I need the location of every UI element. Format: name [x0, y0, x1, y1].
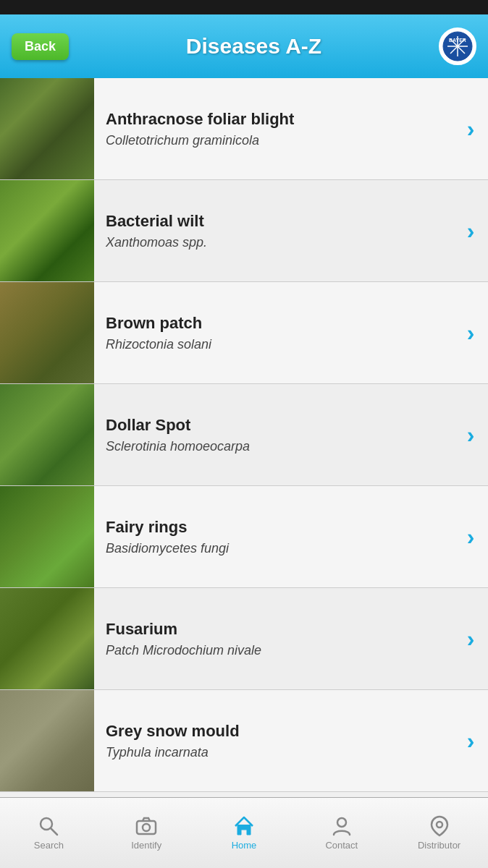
bayer-logo: BAYER: [439, 27, 476, 65]
status-bar: [0, 0, 488, 14]
tab-bar: Search Identify Home Contact Distributor: [0, 797, 488, 868]
disease-arrow-bacterial: ›: [453, 218, 488, 244]
disease-item-anthracnose[interactable]: Anthracnose foliar blight Colletotrichum…: [0, 78, 488, 180]
disease-name-fusarium: Fusarium: [106, 620, 442, 639]
svg-rect-8: [137, 821, 156, 834]
disease-item-bacterial[interactable]: Bacterial wilt Xanthomoas spp. ›: [0, 180, 488, 282]
app-header: Back Diseases A-Z BAYER: [0, 14, 488, 78]
disease-info-fairy: Fairy rings Basidiomycetes fungi: [94, 503, 453, 571]
disease-list: Anthracnose foliar blight Colletotrichum…: [0, 78, 488, 797]
disease-arrow-anthracnose: ›: [453, 116, 488, 142]
disease-thumb-bacterial: [0, 180, 94, 281]
disease-thumb-grey: [0, 690, 94, 791]
disease-item-dollar[interactable]: Dollar Spot Sclerotinia homoeocarpa ›: [0, 384, 488, 486]
disease-item-brown[interactable]: Brown patch Rhizoctonia solani ›: [0, 282, 488, 384]
tab-identify-label: Identify: [131, 840, 161, 851]
disease-arrow-fusarium: ›: [453, 626, 488, 652]
camera-icon: [135, 815, 157, 837]
disease-info-dollar: Dollar Spot Sclerotinia homoeocarpa: [94, 401, 453, 469]
search-icon: [38, 815, 59, 837]
disease-latin-fusarium: Patch Microdochium nivale: [106, 643, 442, 658]
chevron-right-icon: ›: [467, 320, 475, 346]
tab-identify[interactable]: Identify: [98, 798, 195, 868]
disease-thumb-dollar: [0, 384, 94, 485]
disease-arrow-dollar: ›: [453, 422, 488, 448]
disease-info-fusarium: Fusarium Patch Microdochium nivale: [94, 605, 453, 673]
location-icon: [429, 815, 450, 837]
disease-item-fairy[interactable]: Fairy rings Basidiomycetes fungi ›: [0, 486, 488, 588]
disease-info-brown: Brown patch Rhizoctonia solani: [94, 299, 453, 367]
tab-contact[interactable]: Contact: [293, 798, 390, 868]
disease-latin-anthracnose: Colletotrichum graminicola: [106, 133, 442, 148]
disease-name-fairy: Fairy rings: [106, 518, 442, 537]
chevron-right-icon: ›: [467, 524, 475, 550]
disease-name-bacterial: Bacterial wilt: [106, 212, 442, 231]
disease-thumb-fairy: [0, 486, 94, 587]
disease-arrow-brown: ›: [453, 320, 488, 346]
disease-thumb-fusarium: [0, 588, 94, 689]
disease-name-brown: Brown patch: [106, 314, 442, 333]
disease-item-fusarium[interactable]: Fusarium Patch Microdochium nivale ›: [0, 588, 488, 690]
tab-search[interactable]: Search: [0, 798, 98, 868]
disease-info-grey: Grey snow mould Typhula incarnata: [94, 707, 453, 775]
disease-item-grey[interactable]: Grey snow mould Typhula incarnata ›: [0, 690, 488, 792]
svg-point-10: [337, 818, 346, 827]
disease-name-anthracnose: Anthracnose foliar blight: [106, 110, 442, 129]
back-button[interactable]: Back: [12, 33, 69, 60]
disease-arrow-fairy: ›: [453, 524, 488, 550]
disease-latin-dollar: Sclerotinia homoeocarpa: [106, 439, 442, 454]
disease-latin-bacterial: Xanthomoas spp.: [106, 235, 442, 250]
chevron-right-icon: ›: [467, 728, 475, 754]
disease-name-dollar: Dollar Spot: [106, 416, 442, 435]
contact-icon: [331, 815, 353, 837]
svg-line-7: [51, 828, 57, 835]
disease-latin-brown: Rhizoctonia solani: [106, 337, 442, 352]
page-title: Diseases A-Z: [69, 34, 439, 59]
disease-arrow-grey: ›: [453, 728, 488, 754]
disease-latin-grey: Typhula incarnata: [106, 745, 442, 760]
tab-distributor-label: Distributor: [418, 840, 460, 851]
chevron-right-icon: ›: [467, 626, 475, 652]
tab-search-label: Search: [34, 840, 64, 851]
disease-latin-fairy: Basidiomycetes fungi: [106, 541, 442, 556]
disease-info-anthracnose: Anthracnose foliar blight Colletotrichum…: [94, 95, 453, 163]
chevron-right-icon: ›: [467, 218, 475, 244]
svg-point-11: [437, 822, 442, 827]
disease-thumb-brown: [0, 282, 94, 383]
tab-distributor[interactable]: Distributor: [390, 798, 488, 868]
chevron-right-icon: ›: [467, 422, 475, 448]
tab-home-label: Home: [232, 840, 257, 851]
chevron-right-icon: ›: [467, 116, 475, 142]
tab-contact-label: Contact: [325, 840, 358, 851]
svg-point-9: [143, 824, 150, 831]
disease-name-grey: Grey snow mould: [106, 722, 442, 741]
tab-home[interactable]: Home: [195, 798, 293, 868]
home-icon: [233, 815, 255, 837]
disease-info-bacterial: Bacterial wilt Xanthomoas spp.: [94, 197, 453, 265]
disease-thumb-anthracnose: [0, 78, 94, 179]
